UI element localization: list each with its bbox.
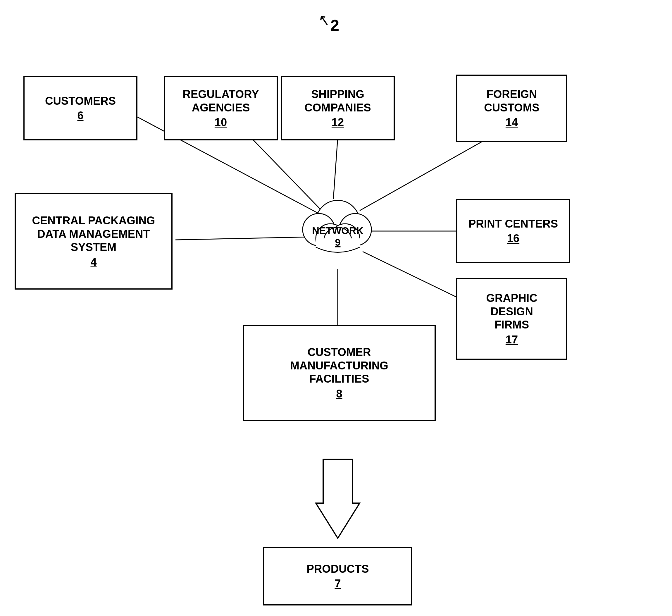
regulatory-number: 10 [215, 116, 227, 129]
shipping-label: SHIPPINGCOMPANIES [304, 88, 371, 114]
customer-mfg-label: CUSTOMERMANUFACTURINGFACILITIES [290, 346, 388, 386]
foreign-customs-number: 14 [506, 116, 518, 129]
figure-arrow: ↗ [317, 11, 332, 30]
cloud-svg: NETWORK 9 [292, 187, 383, 275]
customers-number: 6 [77, 109, 83, 122]
customers-box: CUSTOMERS 6 [23, 76, 137, 140]
diagram: 2 ↗ CUSTOMERS 6 REGULATORYAGENCIES 10 SH… [0, 0, 672, 616]
foreign-customs-label: FOREIGNCUSTOMS [484, 88, 539, 114]
central-packaging-number: 4 [90, 256, 97, 269]
products-number: 7 [335, 577, 341, 590]
customers-label: CUSTOMERS [45, 94, 116, 108]
svg-marker-8 [316, 459, 360, 538]
graphic-design-number: 17 [506, 333, 518, 346]
regulatory-box: REGULATORYAGENCIES 10 [164, 76, 278, 140]
svg-line-4 [175, 237, 310, 240]
figure-number: 2 [330, 16, 339, 34]
print-centers-box: PRINT CENTERS 16 [456, 199, 570, 263]
shipping-box: SHIPPINGCOMPANIES 12 [281, 76, 395, 140]
foreign-customs-box: FOREIGNCUSTOMS 14 [456, 75, 567, 142]
customer-mfg-number: 8 [336, 388, 342, 400]
print-centers-label: PRINT CENTERS [468, 217, 558, 231]
central-packaging-label: CENTRAL PACKAGINGDATA MANAGEMENTSYSTEM [32, 214, 155, 254]
graphic-design-label: GRAPHICDESIGNFIRMS [486, 292, 537, 332]
print-centers-number: 16 [507, 232, 519, 245]
customer-mfg-box: CUSTOMERMANUFACTURINGFACILITIES 8 [243, 325, 436, 421]
graphic-design-box: GRAPHICDESIGNFIRMS 17 [456, 278, 567, 360]
regulatory-label: REGULATORYAGENCIES [182, 88, 259, 114]
svg-text:9: 9 [335, 237, 341, 248]
network-cloud: NETWORK 9 [292, 187, 383, 275]
central-packaging-box: CENTRAL PACKAGINGDATA MANAGEMENTSYSTEM 4 [15, 193, 173, 290]
products-box: PRODUCTS 7 [263, 547, 412, 605]
shipping-number: 12 [332, 116, 344, 129]
products-label: PRODUCTS [306, 562, 369, 576]
svg-text:NETWORK: NETWORK [312, 225, 363, 236]
